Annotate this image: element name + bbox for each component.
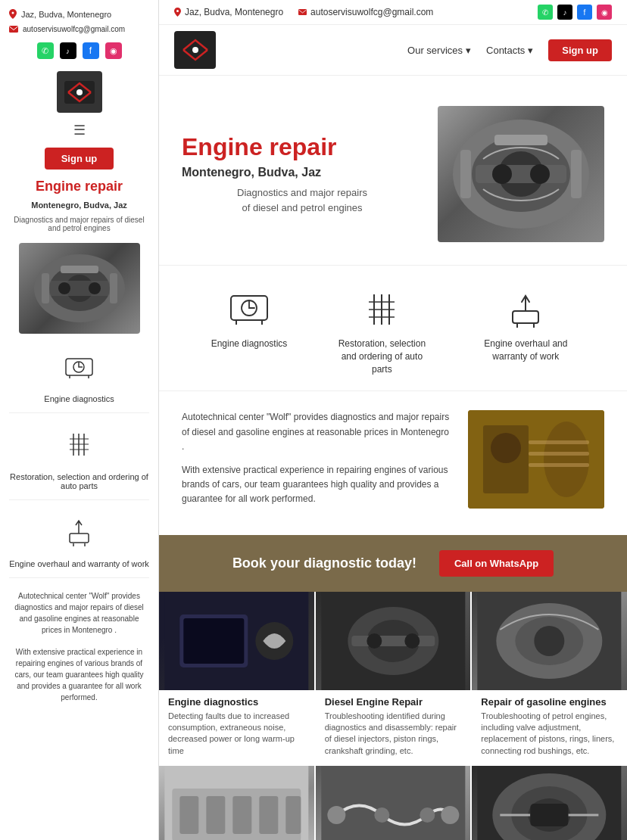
nav-contacts[interactable]: Contacts ▾ [486,45,533,56]
svg-rect-45 [351,636,435,646]
hero-text: Engine repair Montenegro, Budva, Jaz Dia… [182,133,423,215]
hero-engine-image [438,106,604,242]
svg-rect-56 [232,796,251,834]
svg-point-46 [367,633,382,649]
svg-rect-23 [571,150,582,198]
service-item-diagnostics: Engine diagnostics [211,288,288,375]
svg-rect-58 [285,796,301,834]
mobile-parts-icon [61,425,98,463]
mobile-address: Jaz, Budva, Montenegro [9,9,149,19]
hero-location: Montenegro, Budva, Jaz [182,166,423,179]
service-item-overhaul: Engine overhaul and warranty of work [476,288,575,375]
svg-rect-8 [110,273,117,303]
mobile-engine-image [19,243,140,334]
about-section: Autotechnical center "Wolf" provides dia… [159,390,627,534]
cta-banner: Book your diagnostic today! Call on What… [159,535,627,592]
main-content: Jaz, Budva, Montenegro autoservisuwolfcg… [159,0,627,840]
svg-point-47 [404,633,420,649]
topbar-tiktok[interactable]: ♪ [557,5,572,20]
svg-point-61 [374,807,389,823]
topbar-whatsapp[interactable]: ✆ [538,5,553,20]
gallery-card-4: Crankshaft and camshaft repair Restorati… [316,766,471,840]
svg-rect-54 [179,796,198,834]
topbar-address: Jaz, Budva, Montenegro [174,7,283,17]
cta-whatsapp-button[interactable]: Call on WhatsApp [439,550,554,577]
gallery-img-block [159,766,314,840]
svg-rect-59 [321,766,465,840]
svg-point-63 [441,806,459,824]
mobile-page-title: Engine repair [36,179,123,194]
diagnostics-icon [226,288,272,330]
services-icons-row: Engine diagnostics Restoration, selectio… [159,265,627,390]
gallery-card-0: Engine diagnostics Detecting faults due … [159,592,314,765]
mobile-diag-label: Engine diagnostics [44,394,114,403]
facebook-icon[interactable]: f [83,42,99,59]
hamburger-icon[interactable]: ☰ [73,122,86,138]
parts-icon [359,288,404,330]
cta-text: Book your diagnostic today! [232,555,416,571]
svg-rect-36 [529,463,589,467]
svg-rect-9 [61,266,98,273]
gallery-title-2: Repair of gasoline engines [472,690,627,711]
hero-section: Engine repair Montenegro, Budva, Jaz Dia… [159,76,627,265]
topbar-instagram[interactable]: ◉ [597,5,612,20]
svg-point-26 [530,164,550,184]
svg-rect-15 [298,9,307,15]
mobile-overhaul-label: Engine overhaul and warranty of work [9,559,149,568]
svg-rect-55 [206,796,225,834]
about-para1: Autotechnical center "Wolf" provides dia… [182,410,453,454]
topbar-social: ✆ ♪ f ◉ [538,5,612,20]
mobile-social-icons: ✆ ♪ f ◉ [37,42,122,59]
svg-point-33 [544,422,589,497]
mobile-parts-label: Restoration, selection and ordering of a… [9,472,149,490]
gallery-img-crank [316,766,471,840]
gallery-desc-2: Troubleshooting of petrol engines, inclu… [472,711,627,765]
gallery-title-0: Engine diagnostics [159,690,314,711]
svg-point-51 [535,626,565,656]
mobile-signup-button[interactable]: Sign up [45,148,114,170]
svg-rect-22 [460,150,471,198]
mobile-about-p1: Autotechnical center "Wolf" provides dia… [9,590,149,636]
mobile-about-p2: With extensive practical experience in r… [9,646,149,703]
svg-point-2 [76,89,83,95]
mobile-overhaul-icon [61,512,98,550]
svg-rect-68 [531,804,569,826]
nav-links: Our services ▾ Contacts ▾ Sign up [407,39,612,61]
mobile-logo [57,71,102,113]
gallery-img-replace [472,766,627,840]
gallery-grid: Engine diagnostics Detecting faults due … [159,592,627,840]
svg-point-11 [89,282,101,294]
gallery-desc-1: Troubleshooting identified during diagno… [316,711,471,765]
nav-services[interactable]: Our services ▾ [407,45,471,56]
tiktok-icon[interactable]: ♪ [60,42,76,59]
svg-rect-24 [494,135,547,145]
svg-rect-57 [259,796,278,834]
gallery-card-2: Repair of gasoline engines Troubleshooti… [472,592,627,765]
svg-rect-35 [529,452,589,456]
gallery-card-3: Repair of engine block and cylinder head… [159,766,314,840]
gallery-card-5: Engine Replacement Selection of a kit an… [472,766,627,840]
service-label-overhaul: Engine overhaul and warranty of work [476,338,575,363]
mobile-page-subtitle: Montenegro, Budva, Jaz [31,201,127,210]
svg-point-37 [491,433,521,463]
svg-point-60 [327,806,345,824]
topbar-facebook[interactable]: f [577,5,592,20]
top-bar: Jaz, Budva, Montenegro autoservisuwolfcg… [159,0,627,25]
gallery-img-diesel [316,592,471,690]
svg-point-62 [420,807,435,823]
nav-signup-button[interactable]: Sign up [548,39,612,61]
svg-point-10 [58,282,70,294]
overhaul-icon [503,288,548,330]
topbar-email: autoservisuwolfcg@gmail.com [298,7,433,17]
gallery-desc-0: Detecting faults due to increased consum… [159,711,314,765]
service-label-parts: Restoration, selection and ordering of a… [332,338,431,375]
mobile-page-desc: Diagnostics and major repairs of diesel … [9,216,149,232]
whatsapp-icon[interactable]: ✆ [37,42,54,59]
svg-rect-29 [513,311,538,323]
about-para2: With extensive practical experience in r… [182,463,453,507]
svg-point-17 [192,47,198,53]
gallery-card-1: Diesel Engine Repair Troubleshooting ide… [316,592,471,765]
instagram-icon[interactable]: ◉ [105,42,122,59]
svg-rect-34 [529,440,589,444]
service-label-diagnostics: Engine diagnostics [211,338,288,350]
